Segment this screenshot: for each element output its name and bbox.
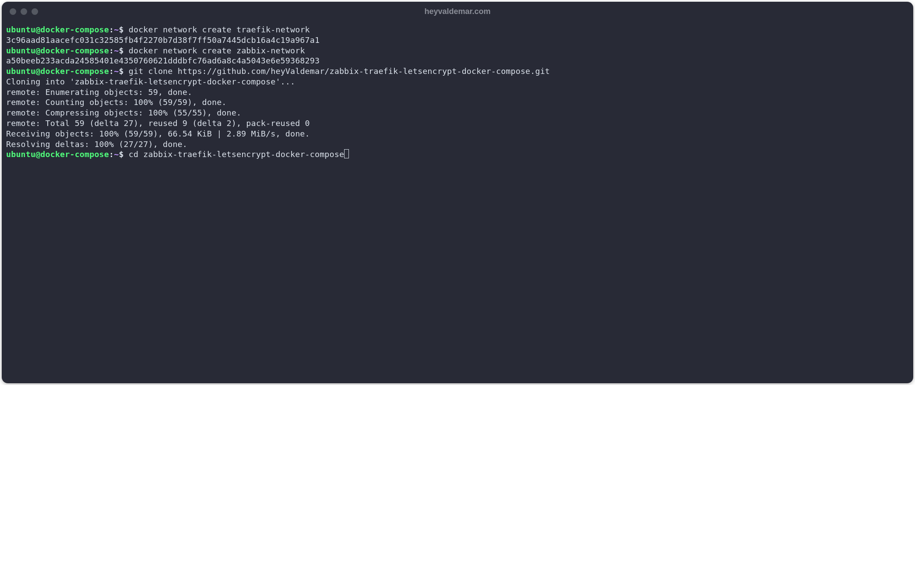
prompt-symbol: $	[119, 66, 128, 76]
output-text: remote: Counting objects: 100% (59/59), …	[6, 98, 227, 107]
prompt-symbol: $	[119, 25, 128, 34]
command-line: ubuntu@docker-compose:~$ docker network …	[6, 24, 909, 35]
output-line: remote: Total 59 (delta 27), reused 9 (d…	[6, 118, 909, 129]
prompt-user-host: ubuntu@docker-compose	[6, 25, 109, 34]
prompt-path: ~	[114, 150, 119, 159]
output-text: remote: Compressing objects: 100% (55/55…	[6, 108, 241, 117]
maximize-icon[interactable]	[32, 8, 38, 15]
output-text: Receiving objects: 100% (59/59), 66.54 K…	[6, 129, 310, 138]
close-icon[interactable]	[10, 8, 16, 15]
window-controls	[10, 8, 38, 15]
titlebar: heyvaldemar.com	[2, 2, 913, 21]
cursor-icon	[344, 149, 349, 158]
output-text: Resolving deltas: 100% (27/27), done.	[6, 140, 187, 149]
prompt-symbol: $	[119, 46, 128, 55]
output-line: a50beeb233acda24585401e4350760621dddbfc7…	[6, 56, 909, 66]
prompt-path: ~	[114, 66, 119, 76]
output-line: remote: Compressing objects: 100% (55/55…	[6, 108, 909, 118]
command-text: docker network create traefik-network	[129, 25, 310, 34]
prompt-user-host: ubuntu@docker-compose	[6, 150, 109, 159]
prompt-separator: :	[109, 25, 114, 34]
output-line: Cloning into 'zabbix-traefik-letsencrypt…	[6, 77, 909, 87]
window-title: heyvaldemar.com	[424, 7, 490, 16]
output-text: 3c96aad81aacefc031c32585fb4f2270b7d38f7f…	[6, 35, 320, 45]
prompt-path: ~	[114, 25, 119, 34]
prompt-separator: :	[109, 66, 114, 76]
command-line: ubuntu@docker-compose:~$ cd zabbix-traef…	[6, 149, 909, 160]
prompt-user-host: ubuntu@docker-compose	[6, 46, 109, 55]
command-text: docker network create zabbix-network	[129, 46, 305, 55]
output-text: Cloning into 'zabbix-traefik-letsencrypt…	[6, 77, 295, 86]
output-text: remote: Enumerating objects: 59, done.	[6, 88, 192, 97]
output-line: Resolving deltas: 100% (27/27), done.	[6, 139, 909, 150]
output-line: remote: Counting objects: 100% (59/59), …	[6, 97, 909, 108]
prompt-symbol: $	[119, 150, 128, 159]
output-text: remote: Total 59 (delta 27), reused 9 (d…	[6, 119, 310, 128]
prompt-user-host: ubuntu@docker-compose	[6, 66, 109, 76]
command-line: ubuntu@docker-compose:~$ docker network …	[6, 46, 909, 56]
output-line: 3c96aad81aacefc031c32585fb4f2270b7d38f7f…	[6, 35, 909, 46]
terminal-window: heyvaldemar.com ubuntu@docker-compose:~$…	[2, 2, 913, 383]
command-text: git clone https://github.com/heyValdemar…	[129, 66, 550, 76]
output-text: a50beeb233acda24585401e4350760621dddbfc7…	[6, 56, 320, 65]
minimize-icon[interactable]	[21, 8, 27, 15]
command-line: ubuntu@docker-compose:~$ git clone https…	[6, 66, 909, 77]
output-line: remote: Enumerating objects: 59, done.	[6, 87, 909, 98]
command-text: cd zabbix-traefik-letsencrypt-docker-com…	[129, 150, 344, 159]
prompt-separator: :	[109, 46, 114, 55]
output-line: Receiving objects: 100% (59/59), 66.54 K…	[6, 129, 909, 139]
terminal-output[interactable]: ubuntu@docker-compose:~$ docker network …	[2, 21, 913, 383]
prompt-separator: :	[109, 150, 114, 159]
prompt-path: ~	[114, 46, 119, 55]
